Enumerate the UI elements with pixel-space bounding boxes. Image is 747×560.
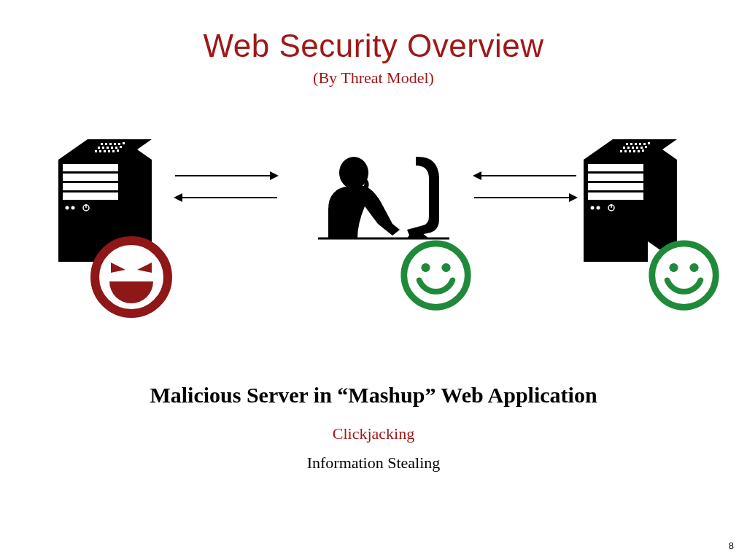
slide-title: Web Security Overview (0, 0, 747, 64)
good-server-smiley-icon (646, 237, 722, 316)
svg-rect-3 (105, 143, 107, 145)
svg-rect-33 (635, 143, 637, 145)
bidirectional-arrows-right-icon (467, 166, 584, 212)
svg-point-55 (597, 206, 600, 210)
svg-rect-46 (633, 150, 635, 152)
svg-rect-5 (114, 143, 116, 145)
page-number: 8 (729, 540, 734, 551)
svg-rect-10 (107, 147, 109, 149)
svg-rect-41 (640, 147, 643, 149)
svg-rect-22 (63, 174, 118, 181)
svg-point-69 (421, 263, 430, 272)
threat-diagram (0, 128, 747, 339)
svg-rect-40 (636, 147, 638, 149)
svg-point-25 (66, 206, 69, 210)
svg-marker-66 (569, 193, 578, 202)
svg-rect-43 (620, 150, 622, 152)
bidirectional-arrows-left-icon (168, 166, 285, 212)
svg-rect-21 (63, 164, 118, 171)
svg-rect-34 (639, 143, 641, 145)
threat-info-stealing: Information Stealing (0, 454, 747, 472)
svg-point-72 (669, 263, 678, 272)
svg-rect-16 (104, 150, 106, 152)
svg-rect-9 (102, 147, 104, 149)
svg-rect-48 (642, 149, 644, 152)
svg-rect-6 (118, 143, 120, 145)
svg-rect-38 (627, 147, 630, 149)
svg-rect-13 (120, 146, 122, 148)
svg-rect-51 (588, 174, 643, 181)
svg-rect-45 (629, 150, 631, 152)
svg-rect-53 (588, 192, 643, 200)
svg-rect-4 (109, 143, 112, 145)
svg-rect-14 (95, 150, 97, 152)
svg-marker-60 (270, 171, 279, 180)
svg-rect-50 (588, 164, 643, 171)
svg-rect-7 (123, 142, 125, 144)
svg-point-68 (404, 244, 468, 308)
evil-face-icon (88, 233, 175, 324)
svg-rect-32 (630, 143, 632, 145)
svg-rect-35 (643, 143, 646, 145)
svg-point-73 (689, 263, 698, 272)
svg-point-54 (591, 206, 595, 210)
svg-rect-44 (624, 150, 627, 152)
user-smiley-icon (398, 237, 474, 316)
svg-rect-47 (638, 150, 640, 152)
svg-rect-8 (98, 147, 100, 149)
svg-point-26 (71, 206, 75, 210)
svg-point-70 (441, 263, 450, 272)
svg-rect-18 (112, 150, 115, 152)
svg-rect-39 (632, 147, 634, 149)
svg-rect-17 (108, 150, 110, 152)
svg-rect-15 (99, 150, 101, 152)
svg-rect-31 (626, 143, 628, 145)
svg-rect-36 (648, 142, 650, 144)
svg-rect-2 (101, 143, 103, 145)
svg-rect-11 (111, 147, 113, 149)
svg-rect-37 (623, 147, 625, 149)
svg-rect-12 (115, 147, 117, 149)
svg-rect-52 (588, 183, 643, 190)
svg-rect-19 (117, 149, 119, 152)
svg-rect-23 (63, 183, 118, 190)
svg-marker-62 (174, 193, 182, 202)
slide-subtitle: (By Threat Model) (0, 69, 747, 88)
threat-clickjacking: Clickjacking (0, 424, 747, 443)
svg-rect-42 (645, 146, 647, 148)
svg-point-71 (652, 244, 716, 308)
svg-rect-24 (63, 192, 118, 200)
svg-marker-64 (473, 171, 481, 180)
scenario-heading: Malicious Server in “Mashup” Web Applica… (0, 383, 747, 408)
